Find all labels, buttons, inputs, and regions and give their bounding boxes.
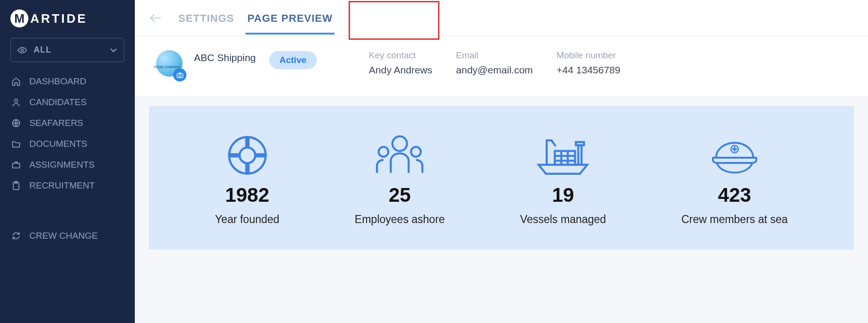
info-label: Mobile number: [557, 50, 621, 61]
sidebar: M ARTIDE ALL DASHBOARD CANDIDATES: [0, 0, 135, 323]
home-icon: [10, 77, 22, 86]
sidebar-item-candidates[interactable]: CANDIDATES: [10, 97, 124, 108]
sidebar-item-recruitment[interactable]: RECRUITMENT: [10, 180, 124, 191]
stat-label: Vessels managed: [520, 213, 606, 226]
sidebar-item-documents[interactable]: DOCUMENTS: [10, 139, 124, 149]
briefcase-icon: [10, 161, 22, 169]
tab-page-preview[interactable]: PAGE PREVIEW: [241, 1, 339, 35]
sidebar-item-crew-change[interactable]: CREW CHANGE: [10, 231, 124, 241]
sidebar-item-seafarers[interactable]: SEAFARERS: [10, 118, 124, 128]
stat-label: Employees ashore: [355, 213, 445, 226]
status-badge: Active: [269, 51, 317, 69]
page-header: SETTINGS PAGE PREVIEW: [135, 0, 868, 36]
svg-point-12: [411, 147, 421, 157]
main-content: SETTINGS PAGE PREVIEW YOUR COMPANY ABC S…: [135, 0, 868, 323]
info-label: Email: [456, 50, 533, 61]
nav-label: CANDIDATES: [29, 97, 87, 108]
crew-icon: [371, 130, 428, 177]
info-label: Key contact: [369, 50, 432, 61]
svg-point-9: [239, 147, 255, 163]
brand-logo[interactable]: M ARTIDE: [10, 9, 124, 27]
stats-panel: 1982 Year founded 25 Employees ashore: [149, 106, 854, 250]
eye-icon: [18, 47, 27, 54]
captain-cap-icon: [709, 130, 761, 177]
filter-label: ALL: [34, 45, 52, 55]
avatar-caption: YOUR COMPANY: [154, 65, 181, 69]
nav-label: CREW CHANGE: [29, 231, 98, 241]
user-icon: [10, 98, 22, 107]
company-avatar: YOUR COMPANY: [156, 50, 184, 79]
clipboard-icon: [10, 181, 22, 190]
nav-list: DASHBOARD CANDIDATES SEAFARERS DOCUMENTS…: [10, 76, 124, 241]
chevron-down-icon: [110, 48, 117, 53]
contact-key: Key contact Andy Andrews: [369, 50, 432, 76]
info-value: +44 13456789: [557, 64, 621, 76]
stat-value: 423: [718, 184, 751, 206]
svg-rect-3: [13, 163, 20, 168]
company-name: ABC Shipping: [194, 52, 256, 63]
stat-year-founded: 1982 Year founded: [215, 130, 280, 226]
tab-settings[interactable]: SETTINGS: [172, 1, 241, 35]
sync-icon: [10, 231, 22, 241]
brand-mark: M: [10, 9, 28, 27]
brand-name: ARTIDE: [30, 11, 88, 26]
stat-value: 19: [552, 184, 574, 206]
stat-crew-at-sea: 423 Crew members at sea: [681, 130, 788, 226]
nav-separator: [10, 201, 124, 220]
stat-employees-ashore: 25 Employees ashore: [355, 130, 445, 226]
svg-point-7: [179, 74, 181, 77]
sidebar-item-assignments[interactable]: ASSIGNMENTS: [10, 160, 124, 170]
stat-value: 1982: [225, 184, 269, 206]
svg-rect-13: [555, 151, 575, 165]
back-arrow-icon[interactable]: [149, 13, 161, 23]
stat-value: 25: [389, 184, 411, 206]
nav-label: DOCUMENTS: [29, 139, 87, 149]
nav-label: RECRUITMENT: [29, 180, 95, 191]
svg-rect-14: [579, 145, 582, 165]
lifebuoy-icon: [226, 130, 269, 177]
company-profile-row: YOUR COMPANY ABC Shipping Active Key con…: [135, 36, 868, 96]
nav-label: ASSIGNMENTS: [29, 160, 95, 170]
contact-mobile: Mobile number +44 13456789: [557, 50, 621, 76]
stat-label: Crew members at sea: [681, 213, 788, 226]
nav-label: DASHBOARD: [29, 76, 86, 87]
svg-point-1: [15, 99, 18, 102]
highlight-annotation: [349, 1, 439, 40]
visibility-filter[interactable]: ALL: [10, 38, 124, 62]
stat-vessels-managed: 19 Vessels managed: [520, 130, 606, 226]
nav-label: SEAFARERS: [29, 118, 83, 128]
camera-icon: [176, 72, 184, 78]
ship-icon: [535, 130, 591, 177]
folder-icon: [10, 140, 22, 148]
info-value: andy@email.com: [456, 64, 533, 76]
svg-point-11: [379, 147, 389, 157]
svg-point-10: [393, 136, 407, 151]
svg-point-0: [21, 49, 24, 51]
info-value: Andy Andrews: [369, 64, 432, 76]
sidebar-item-dashboard[interactable]: DASHBOARD: [10, 76, 124, 87]
upload-photo-button[interactable]: [173, 68, 186, 81]
svg-rect-15: [576, 142, 584, 145]
company-block: YOUR COMPANY ABC Shipping Active: [156, 50, 317, 79]
contact-email: Email andy@email.com: [456, 50, 533, 76]
stat-label: Year founded: [215, 213, 280, 226]
globe-icon: [10, 118, 22, 128]
